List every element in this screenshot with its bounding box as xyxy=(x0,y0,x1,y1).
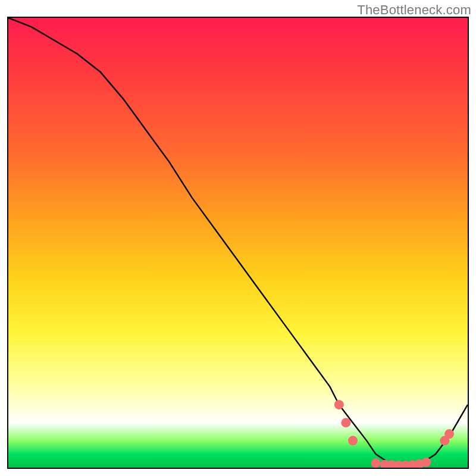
data-marker xyxy=(444,429,454,439)
data-marker xyxy=(334,400,344,409)
attribution-label: TheBottleneck.com xyxy=(357,2,471,18)
data-marker xyxy=(371,458,381,468)
plot-area xyxy=(7,17,469,469)
chart-container: TheBottleneck.com xyxy=(0,0,476,476)
line-series xyxy=(8,18,468,465)
marker-group xyxy=(334,400,454,468)
curve-layer xyxy=(8,18,468,468)
data-marker xyxy=(348,436,358,446)
data-marker xyxy=(341,418,350,427)
data-marker xyxy=(422,458,431,467)
